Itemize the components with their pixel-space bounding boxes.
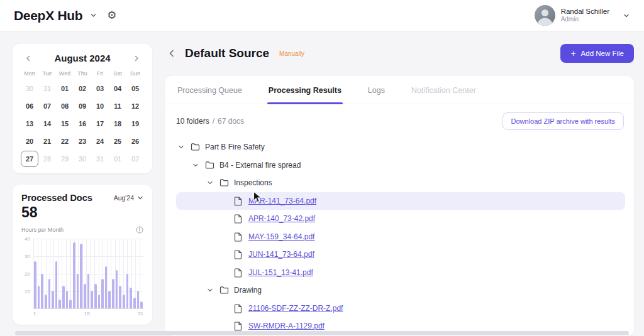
chart-bar <box>52 291 54 308</box>
tab-logs[interactable]: Logs <box>367 76 386 104</box>
hours-per-month-chart: 10203040 11531 <box>21 239 143 317</box>
chart-xtick: 15 <box>84 311 90 317</box>
chart-ytick: 40 <box>25 236 30 242</box>
calendar-day[interactable]: 11 <box>109 98 126 114</box>
add-new-file-button[interactable]: + Add New File <box>560 44 634 63</box>
calendar-day[interactable]: 09 <box>74 98 91 114</box>
chevron-down-icon[interactable] <box>176 144 186 150</box>
chevron-down-icon[interactable] <box>205 180 215 186</box>
horizontal-scrollbar[interactable] <box>15 331 629 335</box>
chevron-down-icon[interactable] <box>205 287 215 293</box>
tree-file-row[interactable]: MAR-141_73-64.pdf <box>176 192 625 210</box>
download-zip-button[interactable]: Download ZIP archive with results <box>502 112 624 130</box>
file-name[interactable]: APR-140_73-42.pdf <box>248 214 315 223</box>
calendar-day[interactable]: 02 <box>74 80 91 97</box>
app-switcher-chevron-icon[interactable] <box>90 12 97 19</box>
folder-name: B4 - External fire spread <box>219 161 301 170</box>
calendar-day[interactable]: 21 <box>38 133 56 149</box>
calendar-day[interactable]: 22 <box>56 133 74 149</box>
user-menu[interactable]: Randal Schiller Admin <box>535 5 630 26</box>
calendar-day[interactable]: 06 <box>21 98 38 114</box>
calendar-day[interactable]: 12 <box>126 98 144 114</box>
calendar-day[interactable]: 20 <box>21 133 38 149</box>
calendar-day[interactable]: 03 <box>91 80 109 97</box>
file-name[interactable]: SW-RMDR-A-1129.pdf <box>248 322 325 330</box>
tree-file-row[interactable]: APR-140_73-42.pdf <box>176 210 625 228</box>
user-role: Admin <box>561 16 609 24</box>
file-name[interactable]: JUN-141_73-64.pdf <box>248 250 314 259</box>
tree-file-row[interactable]: JUN-141_73-64.pdf <box>176 246 625 264</box>
file-name[interactable]: MAY-159_34-64.pdf <box>248 232 314 241</box>
calendar-day[interactable]: 31 <box>91 151 109 167</box>
calendar-weekdays: MonTueWedThuFriSatSun <box>21 70 144 77</box>
tree-file-row[interactable]: 21106-SDF-ZZ-ZZ-DR-Z.pdf <box>176 300 625 318</box>
page-title: Default Source <box>185 46 269 60</box>
calendar-day[interactable]: 30 <box>21 80 38 97</box>
file-name[interactable]: JUL-151_13-41.pdf <box>248 268 313 277</box>
calendar-day[interactable]: 07 <box>38 98 56 114</box>
chart-bar <box>91 291 93 308</box>
calendar-day[interactable]: 23 <box>74 133 91 149</box>
tree-folder-row[interactable]: Inspections <box>176 174 625 192</box>
calendar-day[interactable]: 30 <box>74 151 91 167</box>
calendar-day[interactable]: 01 <box>109 151 126 167</box>
settings-gear-icon[interactable]: ⚙ <box>107 10 116 21</box>
file-icon <box>233 214 243 224</box>
calendar-day[interactable]: 25 <box>109 133 126 149</box>
tab-notification-center: Notification Center <box>410 76 477 104</box>
calendar-day[interactable]: 24 <box>91 133 109 149</box>
tree-folder-row[interactable]: Part B Fire Safety <box>176 138 625 156</box>
calendar-day[interactable]: 10 <box>91 98 109 114</box>
period-selector[interactable]: Aug'24 <box>114 194 143 202</box>
calendar-day[interactable]: 02 <box>126 151 144 167</box>
weekday-label: Sat <box>109 70 126 77</box>
chart-bar <box>34 261 36 308</box>
chart-bar <box>73 242 75 308</box>
chart-bar <box>38 286 40 308</box>
calendar-day[interactable]: 19 <box>126 116 144 132</box>
file-icon <box>233 196 243 206</box>
tree-file-row[interactable]: MAY-159_34-64.pdf <box>176 228 625 246</box>
user-menu-chevron-icon[interactable] <box>623 12 630 19</box>
calendar-day[interactable]: 16 <box>74 116 91 132</box>
calendar-widget: August 2024 MonTueWedThuFriSatSun 303101… <box>13 44 152 173</box>
calendar-day-selected[interactable]: 27 <box>21 151 38 167</box>
calendar-day[interactable]: 05 <box>126 80 144 97</box>
calendar-day[interactable]: 08 <box>56 98 74 114</box>
chart-bar <box>116 270 118 308</box>
file-name[interactable]: MAR-141_73-64.pdf <box>248 197 316 205</box>
weekday-label: Sun <box>126 70 144 77</box>
calendar-day[interactable]: 17 <box>91 116 109 132</box>
calendar-day[interactable]: 04 <box>109 80 126 97</box>
info-icon[interactable] <box>136 226 143 234</box>
source-mode-badge: Manually <box>279 50 304 57</box>
tab-processing-results[interactable]: Processing Results <box>267 76 343 104</box>
calendar-day[interactable]: 18 <box>109 116 126 132</box>
file-name[interactable]: 21106-SDF-ZZ-ZZ-DR-Z.pdf <box>248 304 343 313</box>
chart-bar <box>119 286 121 308</box>
tree-folder-row[interactable]: Drawing <box>176 281 625 300</box>
calendar-day[interactable]: 31 <box>38 80 56 97</box>
tree-folder-row[interactable]: B4 - External fire spread <box>176 156 625 175</box>
calendar-prev-icon[interactable] <box>23 53 33 63</box>
calendar-day[interactable]: 29 <box>56 151 74 167</box>
back-chevron-icon[interactable] <box>165 46 179 60</box>
processed-docs-widget: Processed Docs Aug'24 58 Hours per Month… <box>13 185 152 325</box>
calendar-day[interactable]: 28 <box>38 151 56 167</box>
chart-bar <box>98 295 101 308</box>
chart-bar <box>77 274 79 309</box>
calendar-day[interactable]: 13 <box>21 116 38 132</box>
docs-count: 67 docs <box>218 117 244 126</box>
folder-icon <box>219 178 229 187</box>
calendar-day[interactable]: 15 <box>56 116 74 132</box>
calendar-next-icon[interactable] <box>131 53 142 63</box>
tree-file-row[interactable]: JUL-151_13-41.pdf <box>176 264 625 282</box>
tab-processing-queue[interactable]: Processing Queue <box>176 76 243 104</box>
chart-bar <box>94 284 97 308</box>
chevron-down-icon[interactable] <box>191 162 201 168</box>
chart-bar <box>140 301 143 308</box>
calendar-day[interactable]: 26 <box>126 133 144 149</box>
weekday-label: Wed <box>56 70 74 77</box>
calendar-day[interactable]: 01 <box>56 80 74 97</box>
calendar-day[interactable]: 14 <box>38 116 56 132</box>
